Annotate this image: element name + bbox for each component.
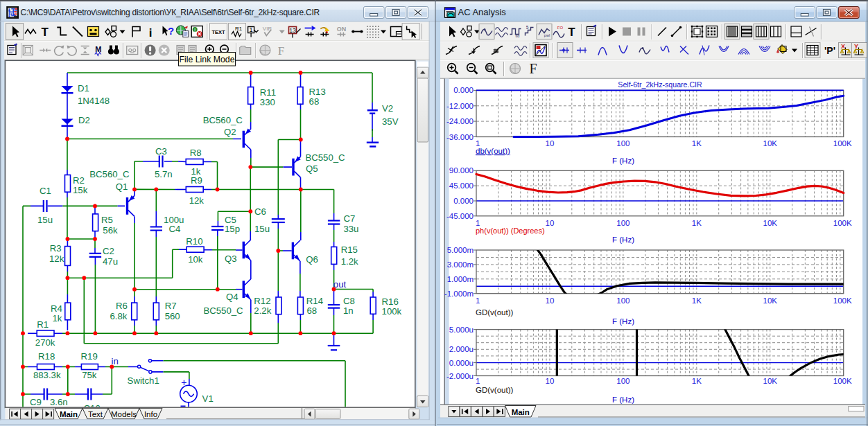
svg-text:100: 100: [616, 219, 630, 227]
svg-text:R1: R1: [37, 319, 49, 330]
svg-text:68: 68: [309, 96, 320, 107]
svg-text:C1: C1: [40, 186, 51, 196]
svg-text:!: !: [194, 27, 196, 33]
svg-text:T: T: [568, 26, 575, 39]
svg-text:75k: 75k: [82, 370, 97, 380]
svg-text:+: +: [181, 377, 186, 388]
svg-text:560: 560: [165, 311, 180, 321]
svg-text:ON: ON: [337, 26, 347, 33]
svg-text:3.000m: 3.000m: [447, 260, 474, 269]
svg-text:1K: 1K: [692, 139, 702, 148]
svg-text:C7: C7: [343, 213, 355, 224]
svg-text:C3: C3: [155, 146, 167, 157]
svg-text:1N4148: 1N4148: [78, 96, 110, 106]
svg-text:R10: R10: [186, 236, 202, 247]
svg-text:33u: 33u: [343, 224, 358, 234]
svg-text:R3: R3: [50, 243, 62, 254]
svg-text:AC Analysis: AC Analysis: [458, 7, 507, 17]
svg-text:330: 330: [260, 97, 275, 107]
svg-text:-12.000: -12.000: [446, 102, 474, 110]
svg-text:Q4: Q4: [226, 292, 238, 302]
svg-text:F (Hz): F (Hz): [612, 396, 634, 404]
svg-text:GD(v(out)): GD(v(out)): [476, 308, 513, 317]
svg-text:-2.000u: -2.000u: [446, 372, 474, 380]
svg-text:15p: 15p: [225, 224, 240, 234]
svg-text:R7: R7: [165, 301, 177, 311]
svg-text:R16: R16: [382, 296, 399, 307]
svg-text:1n: 1n: [343, 305, 354, 316]
svg-text:100K: 100K: [833, 296, 852, 305]
svg-text:F (Hz): F (Hz): [612, 157, 634, 165]
svg-text:10K: 10K: [763, 139, 778, 148]
svg-text:Q2: Q2: [224, 127, 236, 137]
svg-text:0.000u: 0.000u: [449, 359, 474, 367]
svg-text:Y: Y: [854, 43, 858, 50]
svg-text:BC560_C: BC560_C: [203, 115, 243, 125]
svg-text:F: F: [278, 44, 284, 57]
svg-text:TEXT: TEXT: [211, 29, 225, 35]
svg-text:1K: 1K: [692, 377, 702, 385]
svg-text:100: 100: [616, 377, 630, 385]
svg-text:10: 10: [546, 296, 555, 305]
svg-text:pwl: pwl: [544, 33, 550, 37]
svg-text:883.3k: 883.3k: [33, 370, 61, 380]
svg-text:3.6n: 3.6n: [50, 397, 68, 407]
svg-text:BC550_C: BC550_C: [203, 305, 243, 316]
svg-text:100: 100: [616, 139, 630, 148]
svg-text:47u: 47u: [103, 256, 118, 267]
svg-text:R8: R8: [190, 148, 202, 158]
svg-text:2.000u: 2.000u: [449, 345, 474, 353]
svg-text:in: in: [112, 356, 119, 366]
svg-text:Text: Text: [88, 410, 103, 418]
svg-text:C2: C2: [103, 246, 114, 256]
svg-text:X: X: [841, 43, 845, 50]
svg-text:F: F: [529, 61, 537, 76]
svg-text:2.2k: 2.2k: [254, 305, 271, 316]
svg-text:56k: 56k: [103, 225, 118, 236]
svg-text:6.8k: 6.8k: [110, 311, 128, 321]
svg-text:R6: R6: [116, 301, 128, 311]
svg-text:1: 1: [476, 296, 480, 305]
svg-text:BC560_C: BC560_C: [89, 169, 130, 179]
svg-text:C:\MC9\DATA\Petrov\switching d: C:\MC9\DATA\Petrov\switching distortion\…: [21, 8, 320, 17]
svg-text:R12: R12: [254, 296, 270, 306]
svg-text:10K: 10K: [763, 377, 778, 385]
svg-text:i: i: [149, 26, 153, 39]
svg-text:C8: C8: [343, 296, 355, 306]
svg-text:270k: 270k: [35, 337, 55, 348]
svg-text:0.000: 0.000: [453, 197, 474, 205]
svg-text:100K: 100K: [833, 139, 852, 148]
svg-text:5.000u: 5.000u: [449, 326, 474, 334]
svg-text:GD(v(out)): GD(v(out)): [476, 386, 513, 394]
svg-text:10K: 10K: [763, 296, 778, 305]
svg-text:1.000m: 1.000m: [447, 275, 474, 283]
svg-text:100K: 100K: [833, 219, 852, 227]
svg-text:T: T: [42, 26, 49, 39]
svg-text:Q3: Q3: [225, 254, 237, 264]
svg-text:1: 1: [250, 26, 253, 33]
svg-text:F (Hz): F (Hz): [612, 317, 634, 326]
svg-text:-36.000: -36.000: [446, 133, 474, 141]
svg-text:1K: 1K: [692, 296, 702, 305]
svg-text:C6: C6: [254, 206, 266, 217]
svg-text:F (Hz): F (Hz): [612, 236, 634, 244]
svg-text:R14: R14: [306, 296, 323, 306]
svg-text:Switch1: Switch1: [128, 375, 159, 386]
svg-text:68: 68: [307, 305, 318, 316]
svg-text:45.000: 45.000: [449, 181, 474, 190]
svg-text:R18: R18: [38, 351, 55, 362]
svg-text:R9: R9: [191, 175, 202, 186]
svg-text:12k: 12k: [49, 254, 64, 264]
svg-text:FO: FO: [557, 26, 564, 30]
svg-text:Info: Info: [144, 410, 157, 418]
svg-text:1k: 1k: [53, 313, 62, 323]
svg-text:D2: D2: [78, 115, 90, 125]
svg-text:R15: R15: [341, 245, 358, 255]
svg-text:R5: R5: [101, 215, 113, 225]
svg-text:out: out: [333, 279, 347, 290]
svg-text:13: 13: [289, 27, 296, 34]
svg-text:-24.000: -24.000: [446, 117, 474, 125]
svg-text:10: 10: [546, 139, 555, 148]
svg-text:5.7n: 5.7n: [155, 169, 173, 179]
svg-text:35V: 35V: [382, 116, 399, 127]
